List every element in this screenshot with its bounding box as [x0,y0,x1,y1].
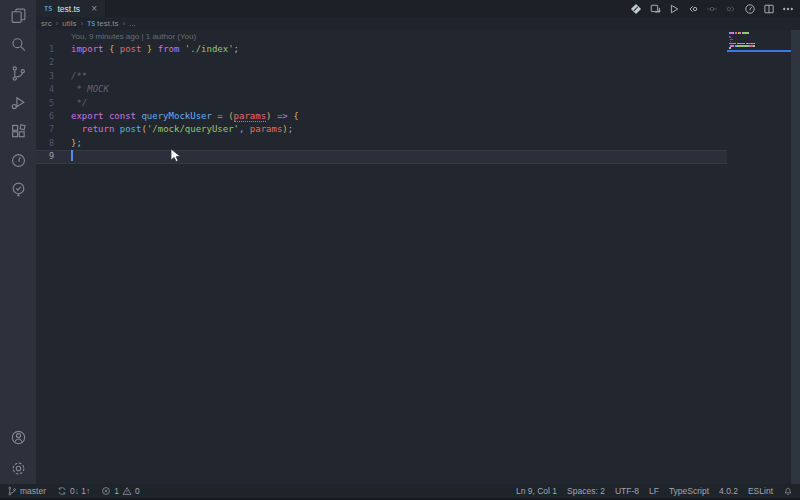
extensions-icon[interactable] [0,117,36,146]
split-editor-icon[interactable] [760,1,777,17]
tab-close-icon[interactable]: × [91,4,97,14]
status-bar-right: Ln 9, Col 1Spaces: 2UTF-8LFTypeScript4.0… [516,486,793,496]
settings-gear-icon[interactable] [0,453,36,484]
code-line-5[interactable]: 5 */ [36,97,727,110]
line-number: 5 [36,97,54,110]
status-indentation[interactable]: Spaces: 2 [567,486,605,496]
navigate-back-icon[interactable] [684,1,701,17]
code-area[interactable]: You, 9 minutes ago | 1 author (You) 1imp… [36,30,727,164]
history-icon[interactable] [741,1,758,17]
code-content: export const queryMockUser = (params) =>… [54,110,727,123]
line-number: 7 [36,123,54,136]
search-icon[interactable] [0,30,36,59]
overview-ruler[interactable] [791,30,800,484]
run-and-debug-icon[interactable] [0,88,36,117]
typescript-file-icon: TS [87,20,95,28]
chevron-right-icon: › [56,19,59,28]
code-line-2[interactable]: 2 [36,56,727,69]
breadcrumb-file[interactable]: TS test.ts [87,19,118,28]
code-content [54,56,727,69]
accounts-icon[interactable] [0,422,36,453]
chevron-right-icon: › [81,19,84,28]
navigate-forward-icon[interactable] [722,1,739,17]
line-number: 6 [36,110,54,123]
activity-bar [0,0,36,484]
code-lines[interactable]: 1import { post } from './index';23/**4 *… [36,43,727,164]
status-language-mode[interactable]: TypeScript [669,486,709,496]
status-eslint[interactable]: ESLint [748,486,773,496]
code-editor[interactable]: You, 9 minutes ago | 1 author (You) 1imp… [36,30,800,484]
vscode-window: TS test.ts × [0,0,800,500]
code-line-6[interactable]: 6export const queryMockUser = (params) =… [36,110,727,123]
minimap[interactable] [727,30,791,484]
code-line-7[interactable]: 7 return post('/mock/queryUser', params)… [36,123,727,136]
line-number: 3 [36,70,54,83]
gitlens-authors-codelens[interactable]: You, 9 minutes ago | 1 author (You) [36,30,727,43]
breadcrumb-folder-src[interactable]: src [41,19,52,28]
line-number: 1 [36,43,54,56]
source-control-icon[interactable] [0,59,36,88]
code-line-3[interactable]: 3/** [36,70,727,83]
code-content: /** [54,70,727,83]
git-branch-icon [7,486,17,496]
compare-changes-icon[interactable] [646,1,663,17]
status-bar-left: master 0↓ 1↑ 1 0 [7,486,140,496]
warning-icon [122,486,132,496]
workbench: TS test.ts × [0,0,800,484]
line-number: 4 [36,83,54,96]
code-line-8[interactable]: 8}; [36,137,727,150]
status-sync[interactable]: 0↓ 1↑ [57,486,90,496]
verify-seal-icon[interactable] [0,175,36,204]
navigate-icon[interactable] [703,1,720,17]
sync-icon [57,486,67,496]
code-content: * MOCK [54,83,727,96]
tab-title: test.ts [57,4,80,14]
status-bar: master 0↓ 1↑ 1 0 Ln 9, Col 1Spaces: 2UTF… [0,484,800,498]
more-actions-icon[interactable] [779,1,796,17]
code-line-4[interactable]: 4 * MOCK [36,83,727,96]
code-line-1[interactable]: 1import { post } from './index'; [36,43,727,56]
breadcrumb-symbol[interactable]: ... [129,19,136,28]
error-icon [101,486,111,496]
code-content [54,150,727,163]
chevron-right-icon: › [122,19,125,28]
status-ts-version[interactable]: 4.0.2 [719,486,738,496]
status-cursor-position[interactable]: Ln 9, Col 1 [516,486,557,496]
status-problems[interactable]: 1 0 [101,486,139,496]
code-content: import { post } from './index'; [54,43,727,56]
run-icon[interactable] [665,1,682,17]
tab-bar: TS test.ts × [36,0,800,17]
line-number: 8 [36,137,54,150]
breadcrumb: src › utils › TS test.ts › ... [36,17,800,30]
breadcrumb-folder-utils[interactable]: utils [62,19,76,28]
typescript-file-icon: TS [44,5,52,13]
code-content: }; [54,137,727,150]
line-number: 9 [36,150,54,163]
minimap-current-line [727,50,791,52]
status-encoding[interactable]: UTF-8 [615,486,639,496]
status-branch[interactable]: master [7,486,46,496]
status-eol[interactable]: LF [649,486,659,496]
notifications-bell-icon[interactable] [783,486,793,496]
code-content: */ [54,97,727,110]
text-caret [71,150,73,161]
timeline-clock-icon[interactable] [0,146,36,175]
explorer-icon[interactable] [0,1,36,30]
tab-test-ts[interactable]: TS test.ts × [36,0,106,17]
code-content: return post('/mock/queryUser', params); [54,123,727,136]
editor-group: TS test.ts × [36,0,800,484]
editor-actions [627,0,800,17]
prettier-icon[interactable] [627,1,644,17]
line-number: 2 [36,56,54,69]
code-line-9[interactable]: 9 [36,150,727,163]
